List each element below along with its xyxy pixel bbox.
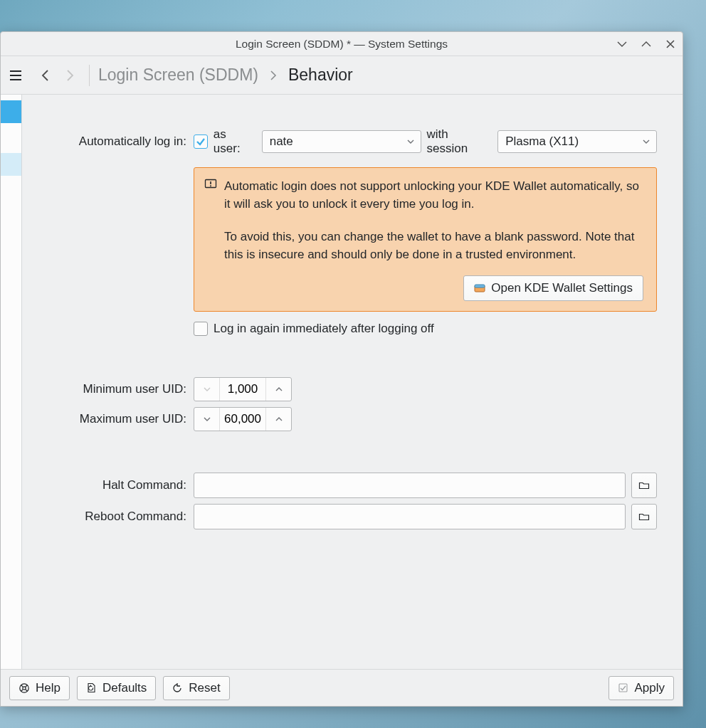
callout-p1: Automatic login does not support unlocki… [224,178,643,213]
auto-login-label: Automatically log in: [22,134,188,149]
separator [89,65,90,86]
session-select-value: Plasma (X11) [505,134,579,149]
halt-cmd-input[interactable] [194,473,626,498]
relogin-checkbox[interactable] [194,322,208,336]
statusbar: Help Defaults Reset [1,669,683,706]
open-kwallet-label: Open KDE Wallet Settings [491,281,633,295]
apply-button[interactable]: Apply [608,676,674,700]
chevron-up-icon [275,385,283,394]
close-icon [665,39,675,49]
chevron-right-icon [63,69,76,82]
callout-p2: To avoid this, you can change the wallet… [224,228,643,263]
chevron-down-icon [642,137,650,146]
max-uid-decrement[interactable] [194,408,220,431]
halt-browse-button[interactable] [631,473,657,498]
open-kwallet-button[interactable]: Open KDE Wallet Settings [463,275,643,301]
reset-label: Reset [189,681,220,695]
folder-open-icon [638,511,650,522]
minimize-button[interactable] [616,38,628,51]
maximize-button[interactable] [640,38,653,51]
as-user-label: as user: [214,127,256,156]
apply-label: Apply [634,681,665,695]
chevron-down-icon [616,38,628,50]
chevron-down-icon [203,385,211,394]
sidebar-hover-marker [1,153,21,176]
max-uid-label: Maximum user UID: [22,412,188,426]
help-icon [19,682,30,694]
reset-button[interactable]: Reset [163,676,229,700]
max-uid-increment[interactable] [265,408,291,431]
svg-point-2 [210,185,211,186]
help-label: Help [36,681,60,695]
breadcrumb-module[interactable]: Login Screen (SDDM) [98,65,258,85]
wallet-icon [474,283,485,294]
form-area: Automatically log in: as user: nate with… [22,95,683,669]
relogin-label: Log in again immediately after logging o… [214,322,434,336]
chevron-up-icon [641,38,652,50]
min-uid-spinner[interactable] [194,377,292,401]
back-button[interactable] [35,65,56,86]
with-session-label: with session [427,127,492,156]
min-uid-label: Minimum user UID: [22,382,188,396]
apply-icon [618,682,628,693]
max-uid-input[interactable] [220,408,265,431]
hamburger-icon [9,69,22,82]
reboot-cmd-label: Reboot Command: [22,510,188,524]
min-uid-increment[interactable] [265,378,291,401]
toolbar: Login Screen (SDDM) Behavior [1,56,683,95]
reboot-cmd-input[interactable] [194,504,626,529]
close-button[interactable] [664,38,677,51]
chevron-down-icon [406,137,415,146]
max-uid-spinner[interactable] [194,407,292,431]
user-select[interactable]: nate [262,130,421,153]
svg-rect-7 [619,684,627,692]
session-select[interactable]: Plasma (X11) [497,130,657,153]
defaults-button[interactable]: Defaults [77,676,156,700]
chevron-up-icon [275,415,283,423]
folder-open-icon [638,480,650,491]
forward-button [59,65,80,86]
breadcrumb-current: Behavior [288,65,353,85]
min-uid-input[interactable] [220,378,265,401]
auto-login-checkbox[interactable] [194,134,208,149]
defaults-label: Defaults [102,681,147,695]
chevron-down-icon [203,415,211,423]
svg-point-6 [23,686,26,689]
sidebar-selection-marker [1,100,21,123]
reboot-browse-button[interactable] [631,504,657,529]
warning-icon [204,178,217,191]
menu-button[interactable] [6,66,25,85]
wallet-warning-callout: Automatic login does not support unlocki… [194,167,657,312]
user-select-value: nate [270,134,293,149]
window-buttons [616,32,677,56]
min-uid-decrement [194,378,220,401]
chevron-left-icon [39,69,52,82]
breadcrumb-separator-icon [268,70,278,80]
halt-cmd-label: Halt Command: [22,478,188,492]
svg-rect-4 [475,285,485,287]
settings-window: Login Screen (SDDM) * — System Settings [0,31,683,707]
sidebar-strip [1,95,22,669]
check-icon [196,137,206,147]
titlebar: Login Screen (SDDM) * — System Settings [1,32,683,56]
help-button[interactable]: Help [9,676,70,700]
window-title: Login Screen (SDDM) * — System Settings [236,38,448,51]
undo-icon [172,682,183,693]
document-revert-icon [86,682,97,693]
body: Automatically log in: as user: nate with… [1,95,683,669]
